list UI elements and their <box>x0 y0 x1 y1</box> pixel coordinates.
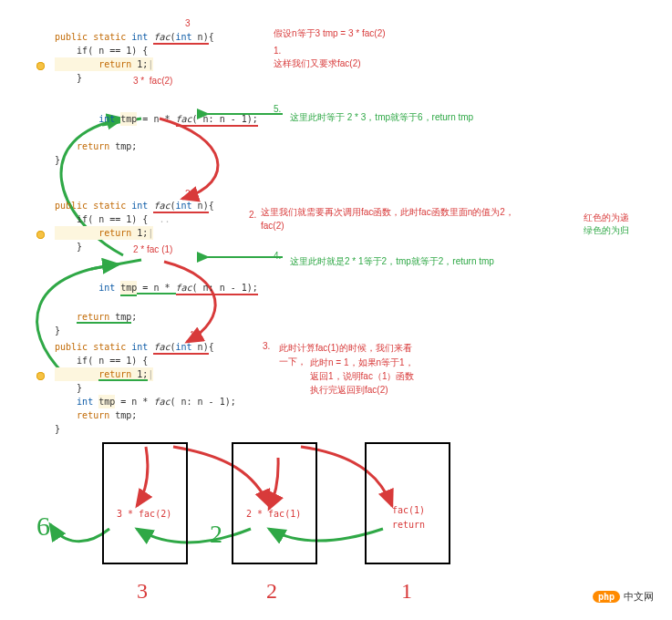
param-val-1: 3 <box>185 18 191 28</box>
param-val-3: 1 <box>190 330 195 340</box>
lightbulb-icon <box>36 231 45 239</box>
step2-text: 这里我们就需要再次调用fac函数，此时fac函数里面n的值为2，fac(2) <box>261 205 534 232</box>
step2-num: 2. <box>249 210 256 220</box>
code-block-2: public static int fac(int n){ if( n == 1… <box>55 199 258 337</box>
step4-text: 这里此时就是2 * 1等于2，tmp就等于2，return tmp <box>290 255 563 268</box>
stack1-label: 3 * fac(2) <box>117 509 171 519</box>
step5-num: 5. <box>274 104 281 114</box>
stack3b-label: return <box>392 520 425 530</box>
param-val-2: 2 <box>185 189 191 199</box>
code-block-3: public static int fac(int n){ if( n == 1… <box>55 340 236 436</box>
step3-num: 3. <box>263 341 270 351</box>
lightbulb-icon <box>36 372 45 380</box>
stack3a-label: fac(1) <box>392 505 425 515</box>
code-block-1: public static int fac(int n){ if( n == 1… <box>55 30 258 167</box>
bottom-num-3: 1 <box>401 579 412 604</box>
inline-expr-1: 3 * fac(2) <box>133 74 172 88</box>
stack-box-1 <box>102 442 188 564</box>
stack-box-2 <box>232 442 317 564</box>
note-step-1: 假设n等于3 tmp = 3 * fac(2) 1. 这样我们又要求fac(2) <box>274 27 511 70</box>
legend-red: 红色的为递 <box>584 212 629 224</box>
bottom-num-2: 2 <box>266 579 277 604</box>
stack2-label: 2 * fac(1) <box>246 509 301 519</box>
step3b-text: 此时n = 1，如果n等于1，返回1，说明fac（1）函数执行完返回到fac(2… <box>310 356 419 397</box>
lightbulb-icon <box>36 62 45 70</box>
legend-green: 绿色的为归 <box>584 224 629 237</box>
result-2: 2 <box>210 520 222 549</box>
stack-box-3 <box>365 442 450 564</box>
result-6: 6 <box>36 511 50 542</box>
step5-text: 这里此时等于 2 * 3，tmp就等于6，return tmp <box>290 111 563 124</box>
step4-num: 4. <box>274 251 281 261</box>
inline-expr-2: 2 * fac (1) <box>133 243 172 256</box>
site-logo: php 中文网 <box>593 590 654 604</box>
bottom-num-1: 3 <box>137 579 148 604</box>
